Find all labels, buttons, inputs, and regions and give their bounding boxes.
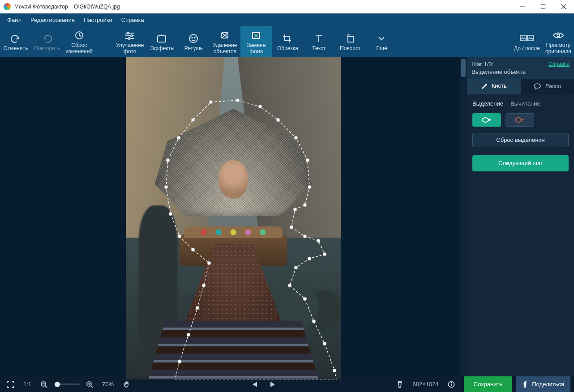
compare-icon: [519, 32, 535, 45]
redo-icon: [41, 32, 53, 45]
svg-point-12: [189, 34, 197, 43]
add-selection-button[interactable]: [472, 113, 501, 127]
next-step-button[interactable]: Следующий шаг: [472, 155, 569, 171]
svg-line-67: [91, 386, 93, 388]
fullscreen-button[interactable]: [4, 379, 17, 390]
eye-icon: [552, 29, 565, 42]
svg-marker-71: [270, 382, 275, 387]
redo-button[interactable]: Повторить: [31, 26, 63, 57]
erase-icon: [219, 29, 231, 42]
rotate-tool[interactable]: Поворот: [334, 26, 366, 57]
text-icon: [313, 32, 325, 45]
panel-help-link[interactable]: Справка: [548, 61, 570, 67]
retouch-tool[interactable]: Ретушь: [178, 26, 209, 57]
svg-rect-11: [158, 36, 166, 42]
face-icon: [188, 32, 199, 45]
menu-edit[interactable]: Редактирование: [26, 15, 79, 25]
background-swap-tool[interactable]: Замена фона: [240, 26, 272, 57]
undo-icon: [10, 32, 21, 45]
fit-button[interactable]: 1:1: [21, 379, 34, 389]
share-button[interactable]: Поделиться: [516, 376, 570, 392]
svg-point-57: [534, 84, 540, 88]
step-counter: Шаг 1/3:: [471, 61, 526, 68]
zoom-out-icon: [40, 381, 47, 388]
minimize-button[interactable]: [512, 0, 533, 13]
menu-help[interactable]: Справка: [117, 15, 149, 25]
crop-tool[interactable]: Обрезка: [272, 26, 303, 57]
svg-point-58: [482, 118, 488, 122]
close-button[interactable]: [553, 0, 574, 13]
trash-icon: [396, 380, 403, 388]
main-toolbar: Отменить Повторить Сброс изменений Улучш…: [0, 26, 574, 57]
object-removal-tool[interactable]: Удаление объектов: [209, 26, 240, 57]
svg-point-9: [131, 35, 133, 37]
scrollbar-thumb[interactable]: [461, 59, 466, 77]
reset-selection-button[interactable]: Сброс выделения: [472, 133, 569, 147]
app-logo-icon: [4, 3, 11, 10]
lasso-plus-icon: [481, 116, 493, 124]
svg-marker-70: [253, 382, 257, 387]
fullscreen-icon: [6, 380, 14, 388]
maximize-button[interactable]: [533, 0, 553, 13]
reset-icon: [73, 29, 85, 42]
next-image-button[interactable]: [267, 379, 278, 390]
svg-point-13: [192, 37, 193, 38]
effects-icon: [156, 32, 168, 45]
lasso-minus-icon: [514, 116, 526, 124]
svg-point-61: [515, 118, 522, 122]
lasso-icon: [533, 83, 541, 90]
undo-button[interactable]: Отменить: [0, 26, 31, 57]
bgswap-icon: [250, 29, 262, 42]
tab-brush[interactable]: Кисть: [467, 79, 521, 94]
hand-icon: [123, 380, 131, 388]
effects-tool[interactable]: Эффекты: [146, 26, 178, 57]
zoom-slider[interactable]: [54, 383, 80, 385]
panel-header: Шаг 1/3: Выделение объекта Справка: [467, 57, 574, 79]
canvas-area[interactable]: [0, 57, 467, 376]
zoom-value: 70%: [99, 379, 116, 389]
photo-canvas[interactable]: [126, 57, 341, 379]
facebook-icon: [522, 381, 528, 388]
side-panel: Шаг 1/3: Выделение объекта Справка Кисть…: [467, 57, 574, 376]
svg-rect-21: [348, 37, 353, 42]
main-area: Шаг 1/3: Выделение объекта Справка Кисть…: [0, 57, 574, 376]
prev-image-button[interactable]: [249, 379, 261, 390]
zoom-in-button[interactable]: [83, 379, 96, 390]
zoom-in-icon: [86, 381, 93, 388]
view-original-button[interactable]: Просмотр оригинала: [543, 26, 574, 57]
pan-button[interactable]: [120, 379, 133, 390]
svg-point-8: [127, 32, 129, 34]
subtract-selection-button[interactable]: [505, 113, 534, 127]
svg-point-24: [557, 34, 560, 37]
brush-icon: [481, 82, 488, 89]
photo-content: [126, 57, 341, 379]
more-tools-button[interactable]: Ещё: [366, 26, 397, 57]
chevron-down-icon: [377, 32, 386, 45]
crop-icon: [282, 32, 293, 45]
svg-point-14: [194, 37, 195, 38]
tab-lasso[interactable]: Лассо: [521, 79, 574, 94]
canvas-scrollbar[interactable]: [460, 57, 467, 376]
sliders-icon: [124, 29, 136, 42]
dimensions-label: 682×1024: [412, 381, 438, 388]
svg-point-74: [451, 382, 452, 383]
svg-rect-1: [541, 5, 545, 9]
triangle-right-icon: [270, 381, 276, 388]
zoom-out-button[interactable]: [38, 379, 50, 390]
label-subtract: Вычитание: [510, 100, 540, 107]
zoom-slider-knob[interactable]: [55, 382, 60, 387]
menu-file[interactable]: Файл: [3, 15, 26, 25]
triangle-left-icon: [252, 381, 258, 388]
selection-mode-tabs: Кисть Лассо: [467, 79, 574, 94]
info-icon: [448, 381, 455, 388]
save-button[interactable]: Сохранить: [464, 376, 513, 392]
window-titlebar: Movavi Фоторедактор – OIGkOtWuZQA.jpg: [0, 0, 574, 13]
enhance-tool[interactable]: Улучшение фото: [113, 26, 146, 57]
before-after-button[interactable]: До / после: [511, 26, 543, 57]
info-button[interactable]: [445, 379, 458, 390]
delete-button[interactable]: [394, 379, 406, 390]
text-tool[interactable]: Текст: [303, 26, 334, 57]
step-title: Выделение объекта: [471, 68, 526, 76]
reset-button[interactable]: Сброс изменений: [63, 26, 95, 57]
menu-settings[interactable]: Настройки: [79, 15, 117, 25]
